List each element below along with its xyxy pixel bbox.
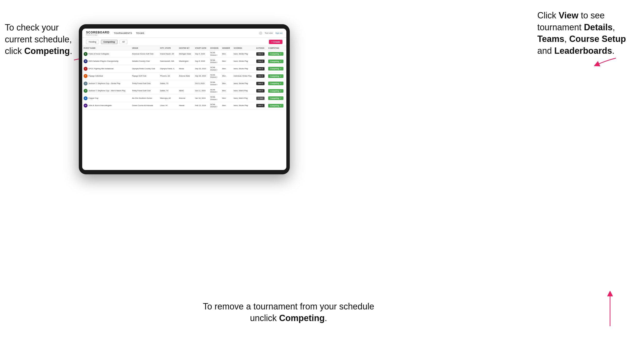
table-row: A Copper Cup Ak-Chin Southern DunesMaric… — [82, 95, 286, 102]
cell-venue: Sahalee Country Club — [130, 58, 158, 65]
col-start-date: START DATE — [194, 46, 209, 50]
table-row: S Folds of Honor Collegiate American Dun… — [82, 50, 286, 58]
logo-area: SCOREBOARD Powered by clippi — [86, 31, 110, 36]
view-button[interactable]: View ℹ — [256, 52, 264, 56]
cell-hosted-by — [178, 80, 194, 87]
cell-competing: Competing — [267, 50, 286, 58]
cell-hosted-by: Washington — [178, 58, 194, 65]
cell-event-name: S Folds of Honor Collegiate — [82, 50, 130, 58]
signout-link[interactable]: Sign out — [276, 32, 282, 34]
view-button[interactable]: View ℹ — [256, 67, 264, 70]
cell-scoring: team, Match Play — [232, 87, 255, 95]
cell-scoring: team, Stroke Play — [232, 80, 255, 87]
view-button[interactable]: View ℹ — [256, 89, 264, 93]
cell-event-name: H John A. Burns Intercollegiate — [82, 102, 130, 109]
cell-division: NCAADivision I — [209, 80, 221, 87]
competing-button[interactable]: Competing — [268, 82, 284, 85]
cell-start-date: Oct 11, 2023 — [194, 87, 209, 95]
cell-venue: Trinity Forest Golf Club — [130, 80, 158, 87]
logo-title: SCOREBOARD — [86, 31, 110, 34]
cell-actions: ✏ Edit — [255, 95, 267, 102]
cell-city: Lihue, HI — [158, 102, 178, 109]
competing-button[interactable]: Competing — [268, 67, 284, 70]
col-competing: COMPETING — [267, 46, 286, 50]
cell-gender: Men — [221, 102, 232, 109]
table-row: W 2023 Sahalee Players Championship Saha… — [82, 58, 286, 65]
cell-city: Sammamish, WA — [158, 58, 178, 65]
sub-header: Hosting Competing All + Create — [82, 38, 286, 46]
cell-gender: Men — [221, 87, 232, 95]
cell-event-name: I OFCC Fighting Illini Invitational — [82, 65, 130, 73]
view-button[interactable]: View ℹ — [256, 82, 264, 85]
view-button[interactable]: View ℹ — [256, 104, 264, 107]
user-icon — [259, 31, 262, 35]
competing-button[interactable]: Competing — [268, 52, 284, 56]
cell-division: NCAADivision I — [209, 72, 221, 80]
cell-event-name: P Papago Individual — [82, 72, 130, 80]
cell-event-name: W 2023 Sahalee Players Championship — [82, 58, 130, 65]
annotation-top-right: Click View to see tournament Details, Te… — [537, 10, 639, 57]
col-division: DIVISION — [209, 46, 221, 50]
cell-city: Maricopa, AZ — [158, 95, 178, 102]
cell-hosted-by: Illinois — [178, 65, 194, 73]
annotation-bottom: To remove a tournament from your schedul… — [201, 301, 376, 324]
cell-venue: Ak-Chin Southern Dunes — [130, 95, 158, 102]
cell-actions: View ℹ — [255, 102, 267, 109]
table-area: EVENT NAME VENUE CITY, STATE HOSTED BY S… — [82, 46, 286, 170]
tab-competing[interactable]: Competing — [101, 40, 118, 44]
cell-actions: View ℹ — [255, 58, 267, 65]
edit-button[interactable]: ✏ Edit — [256, 97, 264, 100]
competing-button[interactable]: Competing — [268, 96, 284, 100]
create-button[interactable]: + Create — [269, 40, 282, 44]
table-header-row: EVENT NAME VENUE CITY, STATE HOSTED BY S… — [82, 46, 286, 50]
competing-button[interactable]: Competing — [268, 89, 284, 93]
logo-subtitle: Powered by clippi — [86, 34, 110, 36]
cell-division: NCAADivision I — [209, 58, 221, 65]
nav-items: TOURNAMENTS TEAMS — [114, 31, 259, 35]
cell-actions: View ℹ — [255, 87, 267, 95]
cell-city: Dallas, TX — [158, 80, 178, 87]
cell-competing: Competing — [267, 65, 286, 73]
cell-division: NCAADivision I — [209, 87, 221, 95]
col-hosted-by: HOSTED BY — [178, 46, 194, 50]
cell-competing: Competing — [267, 72, 286, 80]
cell-scoring: team, Stroke Play — [232, 102, 255, 109]
cell-start-date: Sep 18, 2023 — [194, 72, 209, 80]
cell-event-name: J Jackson T. Stephens Cup – Men's Match … — [82, 87, 130, 95]
table-row: H John A. Burns Intercollegiate Ocean Co… — [82, 102, 286, 109]
cell-competing: Competing — [267, 87, 286, 95]
cell-venue: Papago Golf Club — [130, 72, 158, 80]
view-button[interactable]: View ℹ — [256, 60, 264, 63]
table-row: P Papago Individual Papago Golf ClubPhoe… — [82, 72, 286, 80]
tournaments-table: EVENT NAME VENUE CITY, STATE HOSTED BY S… — [82, 46, 286, 109]
cell-hosted-by: Arizona — [178, 95, 194, 102]
cell-hosted-by: Michigan State — [178, 50, 194, 58]
tab-all[interactable]: All — [120, 40, 127, 44]
cell-actions: View ℹ — [255, 80, 267, 87]
tab-hosting[interactable]: Hosting — [86, 40, 99, 44]
competing-button[interactable]: Competing — [268, 60, 284, 63]
cell-city: Dallas, TX — [158, 87, 178, 95]
cell-division: NCAADivision I — [209, 65, 221, 73]
col-scoring: SCORING — [232, 46, 255, 50]
cell-gender: Men — [221, 50, 232, 58]
table-row: J Jackson T. Stephens Cup – Stroke Play … — [82, 80, 286, 87]
cell-start-date: Oct 9, 2023 — [194, 80, 209, 87]
app-header: SCOREBOARD Powered by clippi TOURNAMENTS… — [82, 28, 286, 38]
cell-division: NCAADivision I — [209, 95, 221, 102]
cell-start-date: Sep 15, 2023 — [194, 65, 209, 73]
tablet-device: SCOREBOARD Powered by clippi TOURNAMENTS… — [79, 24, 290, 174]
nav-tournaments[interactable]: TOURNAMENTS — [114, 31, 132, 35]
cell-event-name: J Jackson T. Stephens Cup – Stroke Play — [82, 80, 130, 87]
cell-venue: American Dunes Golf Club — [130, 50, 158, 58]
nav-teams[interactable]: TEAMS — [136, 31, 144, 35]
cell-gender: Men — [221, 80, 232, 87]
cell-scoring: team, Stroke Play — [232, 58, 255, 65]
header-right: Test User Sign out — [259, 31, 282, 35]
cell-city: Phoenix, AZ — [158, 72, 178, 80]
competing-button[interactable]: Competing — [268, 74, 284, 78]
device-screen: SCOREBOARD Powered by clippi TOURNAMENTS… — [82, 28, 286, 170]
competing-button[interactable]: Competing — [268, 104, 284, 108]
col-actions: ACTIONS — [255, 46, 267, 50]
view-button[interactable]: View ℹ — [256, 74, 264, 78]
